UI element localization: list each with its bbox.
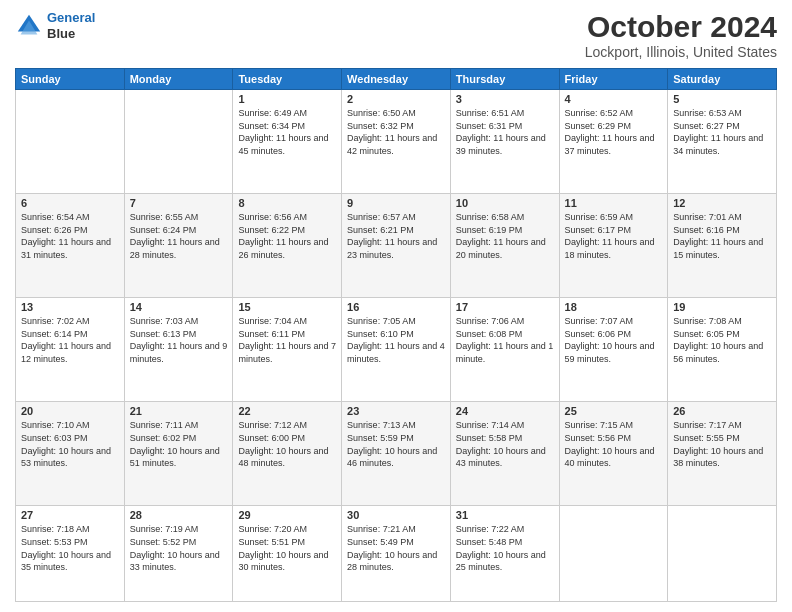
day-header-saturday: Saturday <box>668 69 777 90</box>
day-number: 21 <box>130 405 228 417</box>
calendar-cell: 29Sunrise: 7:20 AM Sunset: 5:51 PM Dayli… <box>233 506 342 602</box>
day-info: Sunrise: 7:21 AM Sunset: 5:49 PM Dayligh… <box>347 523 445 573</box>
day-info: Sunrise: 6:59 AM Sunset: 6:17 PM Dayligh… <box>565 211 663 261</box>
calendar-cell: 19Sunrise: 7:08 AM Sunset: 6:05 PM Dayli… <box>668 298 777 402</box>
day-number: 10 <box>456 197 554 209</box>
week-row-3: 20Sunrise: 7:10 AM Sunset: 6:03 PM Dayli… <box>16 402 777 506</box>
calendar-cell <box>668 506 777 602</box>
logo-text: General Blue <box>47 10 95 41</box>
day-number: 18 <box>565 301 663 313</box>
day-number: 13 <box>21 301 119 313</box>
calendar-cell: 21Sunrise: 7:11 AM Sunset: 6:02 PM Dayli… <box>124 402 233 506</box>
calendar-cell: 6Sunrise: 6:54 AM Sunset: 6:26 PM Daylig… <box>16 194 125 298</box>
calendar-cell: 5Sunrise: 6:53 AM Sunset: 6:27 PM Daylig… <box>668 90 777 194</box>
day-info: Sunrise: 7:03 AM Sunset: 6:13 PM Dayligh… <box>130 315 228 365</box>
day-number: 2 <box>347 93 445 105</box>
header: General Blue October 2024 Lockport, Illi… <box>15 10 777 60</box>
day-number: 28 <box>130 509 228 521</box>
logo-icon <box>15 12 43 40</box>
calendar-cell: 18Sunrise: 7:07 AM Sunset: 6:06 PM Dayli… <box>559 298 668 402</box>
calendar-cell: 23Sunrise: 7:13 AM Sunset: 5:59 PM Dayli… <box>342 402 451 506</box>
day-number: 15 <box>238 301 336 313</box>
day-info: Sunrise: 6:57 AM Sunset: 6:21 PM Dayligh… <box>347 211 445 261</box>
day-number: 19 <box>673 301 771 313</box>
calendar-cell: 4Sunrise: 6:52 AM Sunset: 6:29 PM Daylig… <box>559 90 668 194</box>
week-row-2: 13Sunrise: 7:02 AM Sunset: 6:14 PM Dayli… <box>16 298 777 402</box>
day-number: 16 <box>347 301 445 313</box>
day-info: Sunrise: 6:54 AM Sunset: 6:26 PM Dayligh… <box>21 211 119 261</box>
day-number: 7 <box>130 197 228 209</box>
calendar-cell: 13Sunrise: 7:02 AM Sunset: 6:14 PM Dayli… <box>16 298 125 402</box>
day-info: Sunrise: 6:50 AM Sunset: 6:32 PM Dayligh… <box>347 107 445 157</box>
day-info: Sunrise: 7:07 AM Sunset: 6:06 PM Dayligh… <box>565 315 663 365</box>
week-row-1: 6Sunrise: 6:54 AM Sunset: 6:26 PM Daylig… <box>16 194 777 298</box>
day-number: 31 <box>456 509 554 521</box>
calendar-cell: 27Sunrise: 7:18 AM Sunset: 5:53 PM Dayli… <box>16 506 125 602</box>
logo: General Blue <box>15 10 95 41</box>
day-info: Sunrise: 7:02 AM Sunset: 6:14 PM Dayligh… <box>21 315 119 365</box>
calendar-cell: 24Sunrise: 7:14 AM Sunset: 5:58 PM Dayli… <box>450 402 559 506</box>
day-number: 26 <box>673 405 771 417</box>
day-info: Sunrise: 7:04 AM Sunset: 6:11 PM Dayligh… <box>238 315 336 365</box>
day-number: 29 <box>238 509 336 521</box>
day-number: 20 <box>21 405 119 417</box>
day-number: 22 <box>238 405 336 417</box>
calendar-cell: 30Sunrise: 7:21 AM Sunset: 5:49 PM Dayli… <box>342 506 451 602</box>
day-info: Sunrise: 7:10 AM Sunset: 6:03 PM Dayligh… <box>21 419 119 469</box>
subtitle: Lockport, Illinois, United States <box>585 44 777 60</box>
calendar-cell: 20Sunrise: 7:10 AM Sunset: 6:03 PM Dayli… <box>16 402 125 506</box>
day-info: Sunrise: 7:12 AM Sunset: 6:00 PM Dayligh… <box>238 419 336 469</box>
day-number: 27 <box>21 509 119 521</box>
day-number: 9 <box>347 197 445 209</box>
calendar-cell <box>559 506 668 602</box>
day-header-tuesday: Tuesday <box>233 69 342 90</box>
day-number: 12 <box>673 197 771 209</box>
calendar-cell: 16Sunrise: 7:05 AM Sunset: 6:10 PM Dayli… <box>342 298 451 402</box>
day-info: Sunrise: 7:19 AM Sunset: 5:52 PM Dayligh… <box>130 523 228 573</box>
calendar-cell: 11Sunrise: 6:59 AM Sunset: 6:17 PM Dayli… <box>559 194 668 298</box>
day-info: Sunrise: 6:53 AM Sunset: 6:27 PM Dayligh… <box>673 107 771 157</box>
day-info: Sunrise: 7:08 AM Sunset: 6:05 PM Dayligh… <box>673 315 771 365</box>
day-info: Sunrise: 7:01 AM Sunset: 6:16 PM Dayligh… <box>673 211 771 261</box>
calendar-cell: 26Sunrise: 7:17 AM Sunset: 5:55 PM Dayli… <box>668 402 777 506</box>
day-info: Sunrise: 6:55 AM Sunset: 6:24 PM Dayligh… <box>130 211 228 261</box>
day-info: Sunrise: 7:20 AM Sunset: 5:51 PM Dayligh… <box>238 523 336 573</box>
day-info: Sunrise: 7:18 AM Sunset: 5:53 PM Dayligh… <box>21 523 119 573</box>
logo-line2: Blue <box>47 26 95 42</box>
calendar-cell: 31Sunrise: 7:22 AM Sunset: 5:48 PM Dayli… <box>450 506 559 602</box>
calendar-cell: 22Sunrise: 7:12 AM Sunset: 6:00 PM Dayli… <box>233 402 342 506</box>
day-number: 5 <box>673 93 771 105</box>
main-title: October 2024 <box>585 10 777 44</box>
day-number: 14 <box>130 301 228 313</box>
day-info: Sunrise: 6:51 AM Sunset: 6:31 PM Dayligh… <box>456 107 554 157</box>
calendar-cell: 10Sunrise: 6:58 AM Sunset: 6:19 PM Dayli… <box>450 194 559 298</box>
calendar-cell: 3Sunrise: 6:51 AM Sunset: 6:31 PM Daylig… <box>450 90 559 194</box>
day-header-friday: Friday <box>559 69 668 90</box>
day-info: Sunrise: 7:22 AM Sunset: 5:48 PM Dayligh… <box>456 523 554 573</box>
day-info: Sunrise: 7:13 AM Sunset: 5:59 PM Dayligh… <box>347 419 445 469</box>
day-number: 24 <box>456 405 554 417</box>
day-header-thursday: Thursday <box>450 69 559 90</box>
day-info: Sunrise: 6:52 AM Sunset: 6:29 PM Dayligh… <box>565 107 663 157</box>
calendar-cell: 14Sunrise: 7:03 AM Sunset: 6:13 PM Dayli… <box>124 298 233 402</box>
calendar: SundayMondayTuesdayWednesdayThursdayFrid… <box>15 68 777 602</box>
calendar-cell: 1Sunrise: 6:49 AM Sunset: 6:34 PM Daylig… <box>233 90 342 194</box>
day-number: 1 <box>238 93 336 105</box>
day-info: Sunrise: 7:14 AM Sunset: 5:58 PM Dayligh… <box>456 419 554 469</box>
calendar-cell <box>124 90 233 194</box>
day-header-sunday: Sunday <box>16 69 125 90</box>
day-number: 23 <box>347 405 445 417</box>
day-info: Sunrise: 7:17 AM Sunset: 5:55 PM Dayligh… <box>673 419 771 469</box>
day-info: Sunrise: 7:05 AM Sunset: 6:10 PM Dayligh… <box>347 315 445 365</box>
day-number: 3 <box>456 93 554 105</box>
calendar-cell: 8Sunrise: 6:56 AM Sunset: 6:22 PM Daylig… <box>233 194 342 298</box>
calendar-cell: 12Sunrise: 7:01 AM Sunset: 6:16 PM Dayli… <box>668 194 777 298</box>
day-number: 11 <box>565 197 663 209</box>
calendar-cell: 2Sunrise: 6:50 AM Sunset: 6:32 PM Daylig… <box>342 90 451 194</box>
title-block: October 2024 Lockport, Illinois, United … <box>585 10 777 60</box>
day-info: Sunrise: 6:58 AM Sunset: 6:19 PM Dayligh… <box>456 211 554 261</box>
calendar-header-row: SundayMondayTuesdayWednesdayThursdayFrid… <box>16 69 777 90</box>
day-header-monday: Monday <box>124 69 233 90</box>
day-number: 17 <box>456 301 554 313</box>
calendar-cell: 25Sunrise: 7:15 AM Sunset: 5:56 PM Dayli… <box>559 402 668 506</box>
